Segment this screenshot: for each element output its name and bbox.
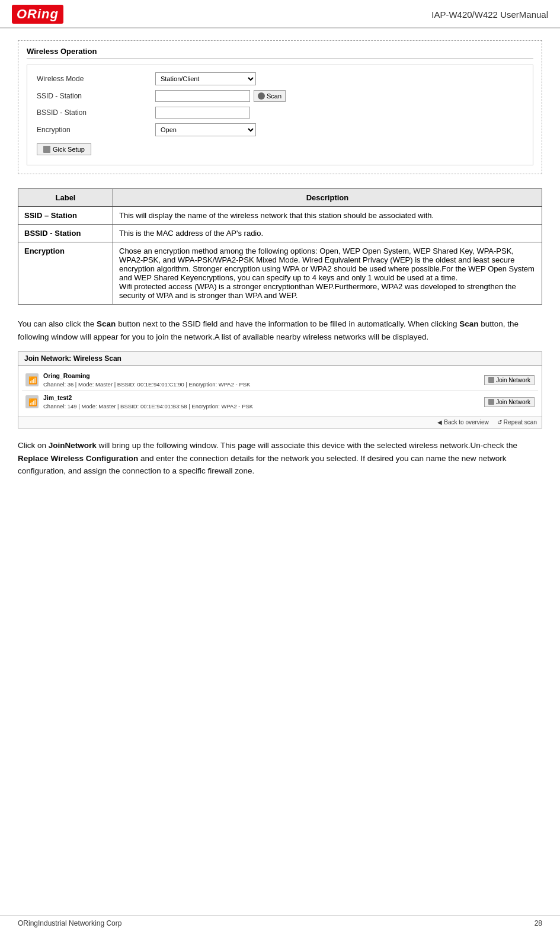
back-to-overview-link[interactable]: ◀ Back to overview <box>437 419 489 425</box>
col2-header: Description <box>113 189 542 207</box>
wireless-mode-control: Station/Client <box>155 72 256 85</box>
table-header-row: Label Description <box>18 189 542 207</box>
join-btn-icon <box>488 377 494 383</box>
wireless-mode-label: Wireless Mode <box>37 75 155 83</box>
network-row: 📶Oring_RoamingChannel: 36 | Mode: Master… <box>22 369 538 391</box>
join-network-button[interactable]: Join Network <box>484 397 535 407</box>
ssid-row: SSID - Station Scan <box>37 90 523 102</box>
table-row: EncryptionChose an encryption method amo… <box>18 242 542 305</box>
back-icon: ◀ <box>437 419 442 425</box>
scan-paragraph: You can also click the Scan button next … <box>18 318 542 343</box>
bssid-control <box>155 107 250 119</box>
scan-text-1: You can also click the <box>18 319 97 328</box>
logo-text: ORing <box>12 5 63 24</box>
join-btn-icon <box>488 399 494 405</box>
table-row: BSSID - StationThis is the MAC address o… <box>18 225 542 242</box>
table-cell-label: Encryption <box>18 242 113 305</box>
table-cell-label: SSID – Station <box>18 207 113 225</box>
col1-header: Label <box>18 189 113 207</box>
wireless-operation-title: Wireless Operation <box>27 47 533 59</box>
wireless-form: Wireless Mode Station/Client SSID - Stat… <box>27 65 533 165</box>
wireless-mode-select[interactable]: Station/Client <box>155 72 256 85</box>
ssid-label: SSID - Station <box>37 92 155 100</box>
scan-text-2: button next to the SSID field and have t… <box>116 319 459 328</box>
network-meta: Channel: 36 | Mode: Master | BSSID: 00:1… <box>43 380 250 388</box>
join-text-2: will bring up the following window. This… <box>97 441 517 450</box>
page-header: ORing IAP-W420/W422 UserManual <box>0 0 560 28</box>
bssid-row: BSSID - Station <box>37 107 523 119</box>
wireless-mode-row: Wireless Mode Station/Client <box>37 72 523 85</box>
ssid-control: Scan <box>155 90 286 102</box>
scan-button[interactable]: Scan <box>254 90 286 102</box>
network-row: 📶Jim_test2Channel: 149 | Mode: Master | … <box>22 391 538 412</box>
network-info: 📶Oring_RoamingChannel: 36 | Mode: Master… <box>25 372 250 388</box>
network-name: Jim_test2 <box>43 393 253 402</box>
quick-setup-label: Gick Setup <box>53 146 85 153</box>
footer-company: ORingIndustrial Networking Corp <box>18 919 121 927</box>
table-row: SSID – StationThis will display the name… <box>18 207 542 225</box>
join-paragraph: Click on JoinNetwork will bring up the f… <box>18 439 542 478</box>
join-bold-2: Replace Wireless Configuration <box>18 454 138 463</box>
logo: ORing <box>12 5 63 24</box>
scan-label: Scan <box>267 92 281 100</box>
encryption-control: Open <box>155 123 256 136</box>
join-bold: JoinNetwork <box>49 441 97 450</box>
ssid-input[interactable] <box>155 90 250 102</box>
scan-icon <box>258 92 265 100</box>
table-cell-label: BSSID - Station <box>18 225 113 242</box>
join-network-content: 📶Oring_RoamingChannel: 36 | Mode: Master… <box>18 366 542 416</box>
network-info: 📶Jim_test2Channel: 149 | Mode: Master | … <box>25 393 253 410</box>
back-label: Back to overview <box>444 419 489 425</box>
scan-bold-2: Scan <box>459 319 478 328</box>
encryption-select[interactable]: Open <box>155 123 256 136</box>
description-table: Label Description SSID – StationThis wil… <box>18 188 542 305</box>
repeat-icon: ↺ <box>497 419 502 425</box>
table-cell-description: This is the MAC address of the AP's radi… <box>113 225 542 242</box>
header-title: IAP-W420/W422 UserManual <box>431 9 548 20</box>
join-network-button[interactable]: Join Network <box>484 375 535 385</box>
footer-page-number: 28 <box>535 919 542 927</box>
bssid-input[interactable] <box>155 107 250 119</box>
network-meta: Channel: 149 | Mode: Master | BSSID: 00:… <box>43 402 253 410</box>
table-cell-description: This will display the name of the wirele… <box>113 207 542 225</box>
repeat-label: Repeat scan <box>504 419 537 425</box>
encryption-row: Encryption Open <box>37 123 523 136</box>
wifi-icon: 📶 <box>25 395 39 408</box>
quick-setup-icon <box>43 146 50 153</box>
join-text-1: Click on <box>18 441 49 450</box>
wifi-icon: 📶 <box>25 373 39 386</box>
svg-text:📶: 📶 <box>28 398 37 407</box>
wireless-operation-section: Wireless Operation Wireless Mode Station… <box>18 40 542 174</box>
repeat-scan-link[interactable]: ↺ Repeat scan <box>497 419 537 425</box>
quick-setup-button[interactable]: Gick Setup <box>37 143 91 155</box>
bssid-label: BSSID - Station <box>37 108 155 117</box>
main-content: Wireless Operation Wireless Mode Station… <box>0 28 560 510</box>
encryption-label: Encryption <box>37 126 155 134</box>
join-network-footer: ◀ Back to overview ↺ Repeat scan <box>18 416 542 428</box>
table-cell-description: Chose an encryption method among the fol… <box>113 242 542 305</box>
scan-bold-1: Scan <box>97 319 116 328</box>
network-name: Oring_Roaming <box>43 372 250 380</box>
join-network-box: Join Network: Wireless Scan 📶Oring_Roami… <box>18 351 542 428</box>
join-network-title: Join Network: Wireless Scan <box>18 352 542 366</box>
page-footer: ORingIndustrial Networking Corp 28 <box>0 915 560 931</box>
quick-setup-row: Gick Setup <box>37 143 523 155</box>
svg-text:📶: 📶 <box>28 376 37 385</box>
